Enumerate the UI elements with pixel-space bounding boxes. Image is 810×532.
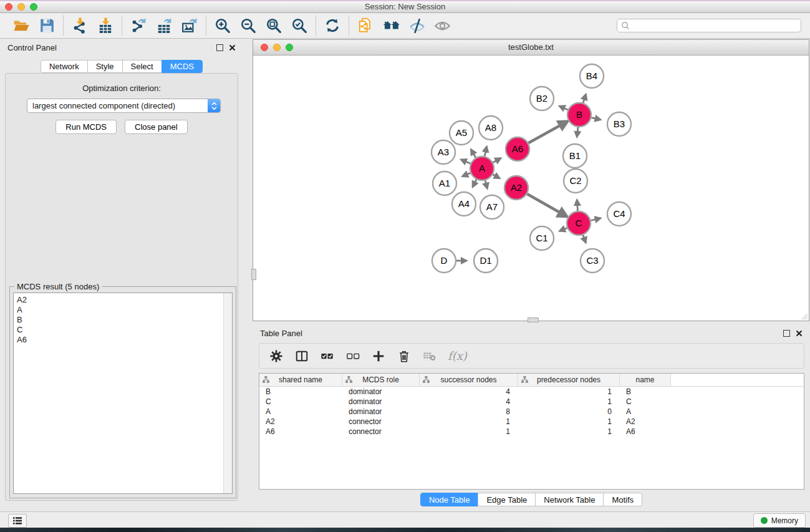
table-cell[interactable]: A	[620, 407, 671, 417]
refresh-button[interactable]	[324, 17, 340, 34]
save-session-button[interactable]	[39, 17, 55, 34]
graph-node-C4[interactable]: C4	[607, 202, 631, 226]
tab-style[interactable]: Style	[87, 60, 123, 73]
table-cell[interactable]: 0	[518, 407, 620, 417]
deselect-all-button[interactable]	[345, 349, 360, 364]
tab-network[interactable]: Network	[41, 60, 88, 73]
home-button[interactable]	[383, 17, 399, 34]
close-table-panel-icon[interactable]	[796, 330, 803, 337]
table-cell[interactable]: dominator	[342, 397, 420, 407]
export-table-button[interactable]	[156, 17, 172, 34]
mcds-result-item[interactable]: B	[17, 315, 232, 325]
table-tab-node-table[interactable]: Node Table	[420, 493, 479, 506]
network-canvas[interactable]: AA1A2A3A4A5A6A7A8BB1B2B3B4CC1C2C3C4DD1	[253, 55, 809, 321]
table-cell[interactable]: 1	[420, 417, 518, 427]
export-image-button[interactable]	[181, 17, 198, 34]
search-input[interactable]	[632, 19, 797, 32]
graph-node-C2[interactable]: C2	[564, 169, 587, 193]
table-cell[interactable]: A2	[259, 417, 342, 427]
table-columns-button[interactable]	[294, 349, 309, 364]
settings-button[interactable]	[269, 349, 284, 364]
delete-row-button[interactable]	[397, 349, 412, 364]
table-cell[interactable]: C	[620, 397, 671, 407]
table-cell[interactable]: A6	[259, 427, 342, 437]
graph-node-A6[interactable]: A6	[506, 137, 529, 161]
table-cell[interactable]: B	[620, 387, 671, 397]
task-history-button[interactable]	[8, 514, 27, 528]
splitter-handle-bottom[interactable]	[528, 317, 539, 322]
table-cell[interactable]: 4	[420, 397, 518, 407]
open-file-button[interactable]	[13, 17, 29, 34]
mcds-result-item[interactable]: C	[17, 325, 232, 335]
import-table-button[interactable]	[97, 17, 113, 34]
column-header-predecessor-nodes[interactable]: predecessor nodes	[518, 374, 620, 386]
network-minimize-button[interactable]	[273, 44, 281, 51]
network-graph[interactable]: AA1A2A3A4A5A6A7A8BB1B2B3B4CC1C2C3C4DD1	[253, 55, 809, 321]
graph-node-A2[interactable]: A2	[504, 176, 528, 200]
mcds-result-item[interactable]: A2	[17, 295, 232, 305]
show-graphics-details-button[interactable]	[434, 17, 450, 34]
table-tab-network-table[interactable]: Network Table	[535, 493, 604, 506]
table-tab-motifs[interactable]: Motifs	[603, 493, 642, 506]
column-header-shared-name[interactable]: shared name	[259, 374, 342, 386]
table-cell[interactable]: connector	[342, 417, 420, 427]
table-cell[interactable]: dominator	[342, 407, 420, 417]
table-row[interactable]: A6connector11A6	[259, 427, 804, 437]
table-cell[interactable]: A6	[620, 427, 671, 437]
tab-select[interactable]: Select	[122, 60, 162, 73]
network-window-titlebar[interactable]: testGlobe.txt	[253, 40, 809, 56]
graph-node-A5[interactable]: A5	[450, 121, 473, 145]
optimization-criterion-dropdown[interactable]: largest connected component (directed)	[27, 99, 221, 113]
table-tab-edge-table[interactable]: Edge Table	[478, 493, 536, 506]
mcds-result-item[interactable]: A6	[17, 335, 232, 345]
graph-node-B3[interactable]: B3	[607, 112, 631, 136]
table-row[interactable]: Bdominator41B	[259, 387, 804, 397]
graph-node-A4[interactable]: A4	[452, 192, 476, 216]
table-cell[interactable]: A	[259, 407, 342, 417]
zoom-fit-button[interactable]	[266, 17, 282, 34]
splitter-handle-left[interactable]	[251, 269, 256, 280]
tab-mcds[interactable]: MCDS	[162, 60, 203, 73]
select-all-button[interactable]	[320, 349, 335, 364]
table-cell[interactable]: 1	[518, 387, 620, 397]
graph-node-B4[interactable]: B4	[580, 64, 604, 88]
graph-node-C1[interactable]: C1	[530, 226, 554, 250]
graph-node-D1[interactable]: D1	[474, 249, 498, 273]
graph-node-B1[interactable]: B1	[563, 144, 587, 168]
graph-node-D[interactable]: D	[432, 249, 456, 273]
graph-node-A7[interactable]: A7	[480, 195, 504, 219]
run-mcds-button[interactable]: Run MCDS	[55, 120, 117, 134]
column-header-name[interactable]: name	[620, 374, 671, 386]
resize-grip-icon[interactable]	[801, 312, 808, 320]
graph-node-A3[interactable]: A3	[432, 140, 455, 164]
zoom-in-button[interactable]	[215, 17, 231, 34]
network-maximize-button[interactable]	[286, 44, 293, 51]
graph-node-B[interactable]: B	[567, 103, 591, 127]
hide-graphics-details-button[interactable]	[408, 17, 425, 34]
result-list-scrollbar[interactable]	[223, 293, 232, 493]
import-network-button[interactable]	[72, 17, 88, 34]
graph-node-B2[interactable]: B2	[530, 87, 554, 110]
graph-node-A8[interactable]: A8	[479, 116, 503, 140]
table-cell[interactable]: connector	[342, 427, 420, 437]
float-table-panel-icon[interactable]	[783, 330, 790, 337]
function-builder-button[interactable]: f(x)	[448, 349, 467, 362]
maximize-window-button[interactable]	[30, 3, 37, 11]
close-window-button[interactable]	[5, 3, 12, 11]
mcds-result-item[interactable]: A	[17, 305, 232, 315]
memory-button[interactable]: Memory	[753, 513, 806, 528]
mcds-result-list[interactable]: A2ABCA6	[13, 293, 233, 494]
export-network-button[interactable]	[130, 17, 147, 34]
float-panel-icon[interactable]	[216, 44, 223, 51]
table-cell[interactable]: B	[259, 387, 342, 397]
zoom-out-button[interactable]	[240, 17, 256, 34]
table-cell[interactable]: 1	[518, 427, 620, 437]
close-panel-icon[interactable]	[229, 44, 236, 51]
graph-node-A[interactable]: A	[470, 157, 494, 180]
search-box[interactable]	[617, 19, 801, 32]
table-cell[interactable]: dominator	[342, 387, 420, 397]
zoom-selected-button[interactable]	[291, 17, 307, 34]
table-cell[interactable]: 1	[518, 397, 620, 407]
table-cell[interactable]: A2	[620, 417, 671, 427]
close-panel-button[interactable]: Close panel	[125, 120, 188, 134]
